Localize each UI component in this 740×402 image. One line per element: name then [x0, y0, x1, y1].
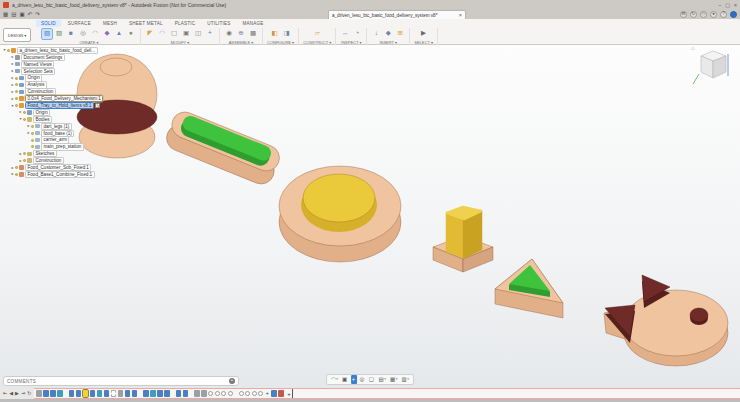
browser-item-icon — [19, 90, 24, 95]
timeline-feature-icon[interactable] — [183, 390, 189, 397]
display-settings-icon[interactable]: ▤ ▾ — [378, 375, 387, 384]
loop-button[interactable]: ↻ — [27, 391, 31, 396]
visibility-bulb-icon[interactable] — [31, 125, 34, 128]
timeline-feature-icon[interactable] — [69, 390, 75, 397]
visibility-bulb-icon[interactable] — [15, 90, 18, 93]
timeline-feature-icon[interactable] — [125, 390, 131, 397]
timeline-feature-icon[interactable] — [43, 390, 49, 397]
timeline-feature-icon[interactable] — [278, 390, 284, 397]
viewports-icon[interactable]: ▥ ▾ — [400, 375, 409, 384]
timeline-feature-icon[interactable] — [171, 390, 174, 397]
visibility-bulb-icon[interactable] — [15, 77, 18, 80]
browser-row-base-combine[interactable]: ▸ Food_Base1_Combine_Fixed:1 ✎ — [2, 171, 120, 178]
browser-row-origin[interactable]: ▸ Origin ✎ — [2, 75, 120, 82]
orbit-icon[interactable]: ◠ ▾ — [330, 375, 339, 384]
browser-item-label: Document Settings — [21, 54, 65, 61]
visibility-bulb-icon[interactable] — [15, 83, 18, 86]
visibility-bulb-icon[interactable] — [23, 111, 26, 114]
browser-item-icon — [19, 76, 24, 81]
timeline-feature-icon[interactable] — [150, 390, 156, 397]
timeline-feature-icon[interactable] — [143, 390, 149, 397]
timeline-position-marker[interactable]: + — [287, 389, 293, 398]
timeline-feature-icon[interactable] — [164, 390, 170, 397]
visibility-bulb-icon[interactable] — [15, 104, 18, 107]
timeline-feature-icon[interactable] — [234, 390, 237, 397]
timeline-feature-icon[interactable] — [239, 391, 244, 396]
browser-row-food-tray[interactable]: ▾ Food_Tray_to_Hold_Items v8:1 ✎ — [2, 102, 120, 109]
visibility-bulb-icon[interactable] — [23, 152, 26, 155]
browser-row-body-1[interactable]: ▸ dart_legs (1) ✎ — [2, 123, 120, 130]
timeline-feature-icon[interactable] — [194, 390, 200, 397]
look-at-icon[interactable]: ▣ — [341, 375, 349, 384]
timeline-feature-icon[interactable] — [157, 390, 163, 397]
viewcube[interactable]: ⌂ — [691, 44, 735, 92]
visibility-bulb-icon[interactable] — [31, 145, 34, 148]
browser-row-bodies[interactable]: ▾ Bodies ✎ — [2, 116, 120, 123]
timeline-feature-icon[interactable] — [36, 390, 42, 397]
visibility-bulb-icon[interactable] — [23, 118, 26, 121]
browser-row-customer-sub[interactable]: ▸ Food_Customer_Sub_Fixed:1 ✎ — [2, 164, 120, 171]
browser-row-tray-origin[interactable]: ▸ Origin ✎ — [2, 109, 120, 116]
browser-row-selection-sets[interactable]: ▸ Selection Sets ✎ — [2, 68, 120, 75]
comments-bar[interactable]: COMMENTS ▴ — [3, 376, 239, 386]
browser-item-icon — [15, 62, 20, 67]
timeline-feature-icon[interactable] — [118, 390, 124, 397]
browser-row-root[interactable]: ▾ a_driven_lesu_btc_basic_food_deli... ✎ — [2, 47, 120, 54]
grid-snaps-icon[interactable]: ▦ ▾ — [389, 375, 398, 384]
play-button[interactable]: ▶ — [15, 391, 19, 396]
visibility-bulb-icon[interactable] — [15, 97, 18, 100]
timeline-feature-icon[interactable] — [201, 390, 207, 397]
timeline-feature-icon[interactable] — [271, 390, 277, 397]
go-to-start-button[interactable]: ⇤ — [3, 391, 7, 396]
pan-icon[interactable]: + — [351, 375, 357, 384]
browser-item-icon — [19, 172, 24, 177]
timeline-feature-icon[interactable] — [139, 390, 142, 397]
step-back-button[interactable]: ◀ — [9, 391, 13, 396]
model-egg-plate[interactable] — [279, 166, 401, 262]
browser-item-label: a_driven_lesu_btc_basic_food_deli... — [17, 47, 98, 54]
timeline-feature-icon[interactable] — [228, 391, 233, 396]
browser-row-analysis[interactable]: ▸ Analysis ✎ — [2, 81, 120, 88]
visibility-bulb-icon[interactable] — [15, 166, 18, 169]
browser-row-document-settings[interactable]: ▸ Document Settings ✎ — [2, 54, 120, 61]
timeline-feature-icon[interactable] — [245, 391, 250, 396]
model-butter-block[interactable] — [433, 207, 493, 272]
visibility-bulb-icon[interactable] — [7, 49, 10, 52]
timeline-feature-icon[interactable] — [215, 391, 220, 396]
home-view-icon[interactable]: ⌂ — [691, 45, 695, 51]
timeline-feature-icon[interactable] — [190, 390, 193, 397]
timeline-feature-icon[interactable] — [104, 390, 110, 397]
timeline-feature-icon[interactable] — [221, 391, 226, 396]
timeline-feature-icon[interactable] — [132, 390, 138, 397]
timeline-feature-icon[interactable] — [90, 390, 96, 397]
zoom-icon[interactable]: ◎ — [359, 375, 366, 384]
visibility-bulb-icon[interactable] — [31, 139, 34, 142]
model-hotdog-tray[interactable] — [163, 108, 284, 188]
browser-row-named-views[interactable]: ▸ Named Views ✎ — [2, 61, 120, 68]
timeline-feature-icon[interactable] — [111, 390, 117, 397]
visibility-bulb-icon[interactable] — [23, 159, 26, 162]
timeline-feature-icon[interactable] — [208, 391, 213, 396]
timeline-feature-icon[interactable] — [258, 391, 263, 396]
browser-item-label: Food_Base1_Combine_Fixed:1 — [25, 171, 95, 178]
comments-expand-icon[interactable]: ▴ — [229, 378, 235, 384]
timeline-feature-icon[interactable] — [176, 390, 182, 397]
timeline-feature-icon[interactable] — [57, 390, 63, 397]
timeline-feature-icon[interactable]: + — [265, 390, 270, 397]
timeline-feature-icon[interactable] — [76, 390, 82, 397]
timeline-feature-icon[interactable] — [83, 390, 89, 397]
browser-row-body-4[interactable]: main_prep_station ✎ — [2, 143, 120, 150]
timeline-feature-icon[interactable] — [97, 390, 103, 397]
model-cheese-wedge[interactable] — [495, 259, 563, 318]
fit-icon[interactable]: ▢ — [368, 375, 376, 384]
model-fish-plate[interactable] — [604, 275, 728, 366]
browser-panel: ▾ a_driven_lesu_btc_basic_food_deli... ✎… — [2, 47, 120, 178]
visibility-bulb-icon[interactable] — [15, 173, 18, 176]
timeline-feature-icon[interactable] — [64, 390, 67, 397]
chevron-down-icon: ▾ — [396, 375, 398, 384]
timeline-feature-icon[interactable] — [252, 391, 257, 396]
visibility-bulb-icon[interactable] — [31, 132, 34, 135]
step-forward-button[interactable]: ⇥ — [21, 391, 25, 396]
timeline-feature-icon[interactable] — [50, 390, 56, 397]
edit-in-place-icon[interactable]: ✎ — [95, 103, 100, 108]
